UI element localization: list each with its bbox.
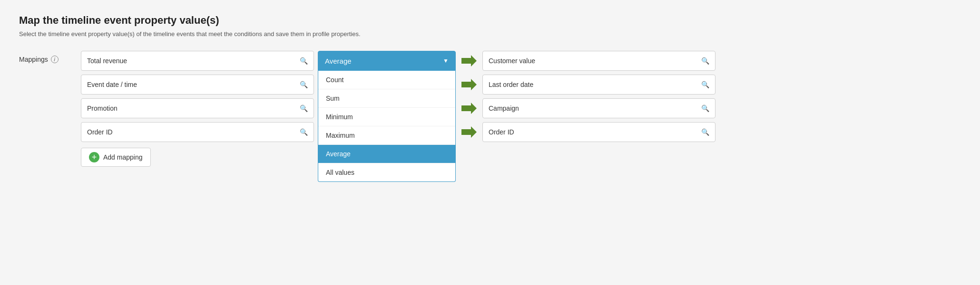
left-fields-column: Total revenue 🔍 Event date / time 🔍 Prom… — [81, 51, 314, 167]
arrows-column — [461, 51, 477, 146]
dest-field-2-value: Campaign — [489, 104, 519, 112]
mappings-label: Mappings i — [19, 51, 81, 63]
page-subtitle: Select the timeline event property value… — [19, 30, 961, 38]
arrow-0 — [461, 51, 477, 71]
source-field-2-value: Promotion — [87, 104, 118, 112]
dropdown-item-minimum[interactable]: Minimum — [318, 108, 455, 126]
dropdown-arrow-icon: ▼ — [443, 57, 449, 64]
add-mapping-label: Add mapping — [103, 153, 143, 161]
arrow-icon-3 — [461, 126, 477, 138]
source-field-1[interactable]: Event date / time 🔍 — [81, 75, 314, 95]
info-icon[interactable]: i — [51, 56, 59, 63]
dest-field-0-value: Customer value — [489, 57, 535, 65]
arrow-icon-2 — [461, 103, 477, 114]
dest-field-0[interactable]: Customer value 🔍 — [482, 51, 715, 71]
dropdown-selected-label: Average — [325, 57, 352, 65]
aggregation-dropdown[interactable]: Average ▼ Count Sum Minimum Maximum Aver… — [318, 51, 456, 182]
svg-marker-2 — [461, 103, 477, 114]
svg-marker-3 — [461, 126, 477, 138]
search-icon-dest-1: 🔍 — [701, 81, 709, 88]
mappings-section: Mappings i Total revenue 🔍 Event date / … — [19, 51, 961, 182]
arrow-3 — [461, 122, 477, 142]
search-icon-0: 🔍 — [300, 57, 308, 65]
dropdown-item-maximum[interactable]: Maximum — [318, 126, 455, 145]
dropdown-item-sum[interactable]: Sum — [318, 89, 455, 108]
add-mapping-button[interactable]: + Add mapping — [81, 148, 151, 167]
dest-field-1[interactable]: Last order date 🔍 — [482, 75, 715, 95]
dropdown-selected[interactable]: Average ▼ — [318, 51, 456, 71]
search-icon-1: 🔍 — [300, 81, 308, 88]
source-field-0-value: Total revenue — [87, 57, 127, 65]
source-field-3[interactable]: Order ID 🔍 — [81, 122, 314, 142]
dest-field-2[interactable]: Campaign 🔍 — [482, 98, 715, 118]
search-icon-2: 🔍 — [300, 104, 308, 112]
arrow-icon-1 — [461, 79, 477, 90]
search-icon-dest-3: 🔍 — [701, 128, 709, 136]
plus-icon: + — [89, 152, 99, 162]
arrow-icon-0 — [461, 55, 477, 66]
svg-marker-1 — [461, 79, 477, 90]
page-title: Map the timeline event property value(s) — [19, 14, 961, 27]
dest-field-1-value: Last order date — [489, 81, 533, 88]
search-icon-3: 🔍 — [300, 128, 308, 136]
right-fields-column: Customer value 🔍 Last order date 🔍 Campa… — [482, 51, 715, 142]
source-field-2[interactable]: Promotion 🔍 — [81, 98, 314, 118]
dropdown-menu: Count Sum Minimum Maximum Average All va… — [318, 71, 456, 182]
dest-field-3-value: Order ID — [489, 128, 514, 136]
mappings-label-text: Mappings — [19, 56, 48, 63]
search-icon-dest-2: 🔍 — [701, 104, 709, 112]
dropdown-item-average[interactable]: Average — [318, 145, 455, 163]
dest-field-3[interactable]: Order ID 🔍 — [482, 122, 715, 142]
arrow-1 — [461, 75, 477, 95]
dropdown-item-count[interactable]: Count — [318, 71, 455, 89]
source-field-3-value: Order ID — [87, 128, 113, 136]
search-icon-dest-0: 🔍 — [701, 57, 709, 65]
arrow-2 — [461, 98, 477, 118]
source-field-0[interactable]: Total revenue 🔍 — [81, 51, 314, 71]
svg-marker-0 — [461, 55, 477, 66]
dropdown-item-all-values[interactable]: All values — [318, 163, 455, 181]
mappings-content: Total revenue 🔍 Event date / time 🔍 Prom… — [81, 51, 715, 182]
source-field-1-value: Event date / time — [87, 81, 137, 88]
